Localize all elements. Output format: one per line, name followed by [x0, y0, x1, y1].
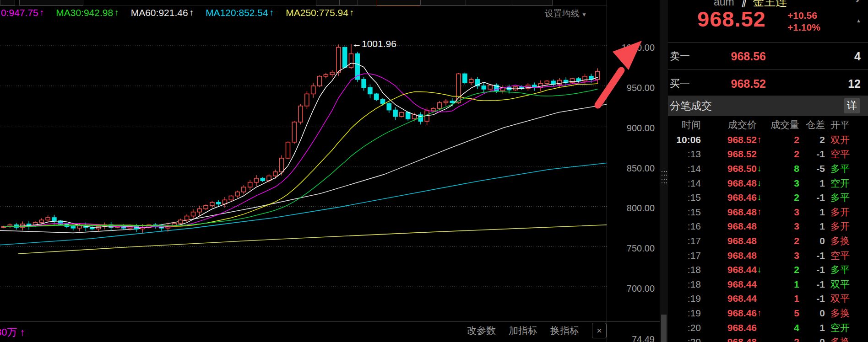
tick-open-close-flag: 多开 — [825, 220, 864, 233]
bid-row[interactable]: 买一 968.52 12 — [668, 69, 868, 98]
tick-row[interactable]: :20968.4641空开 — [668, 321, 864, 335]
tick-price: 968.48 — [701, 235, 757, 246]
tick-row[interactable]: :15968.46↓2-1多平 — [668, 190, 864, 205]
tick-direction-icon: ↓ — [757, 192, 766, 203]
change-params-button[interactable]: 改参数 — [467, 324, 496, 337]
prev-instrument-icon[interactable]: ❮ — [668, 0, 669, 2]
tick-time: :15 — [668, 207, 701, 218]
next-instrument-icon[interactable]: ❯ — [854, 0, 862, 2]
tick-volume: 2 — [766, 337, 799, 342]
trading-app-window: 0:947.75↑MA30:942.98↑MA60:921.46↑MA120:8… — [0, 0, 868, 342]
tick-open-interest-diff: 0 — [799, 308, 825, 319]
tick-open-interest-diff: 1 — [799, 178, 825, 189]
tick-direction-icon: ↑ — [757, 135, 766, 145]
tick-row[interactable]: :14968.50↓8-5多平 — [668, 161, 864, 176]
tick-volume: 1 — [766, 279, 799, 290]
bid-label: 买一 — [670, 77, 720, 91]
tick-open-interest-diff: 1 — [799, 207, 825, 218]
tick-price: 968.44 — [701, 264, 757, 275]
tick-price: 968.50 — [701, 163, 757, 174]
ask-row[interactable]: 卖一 968.56 4 — [668, 42, 868, 70]
tick-open-interest-diff: 0 — [799, 235, 825, 246]
tick-time: :17 — [668, 250, 701, 261]
tick-time: :14 — [668, 178, 701, 189]
tick-row[interactable]: :13968.522-1空平 — [668, 147, 864, 162]
tick-open-close-flag: 多平 — [825, 191, 864, 204]
ask-label: 卖一 — [670, 49, 720, 63]
tick-open-interest-diff: -1 — [799, 264, 825, 275]
tick-row[interactable]: :17968.483-1空平 — [668, 248, 864, 263]
close-indicator-button[interactable]: × — [592, 323, 607, 338]
tick-open-close-flag: 空开 — [825, 321, 864, 334]
tick-row[interactable]: :15968.48↑31多开 — [668, 205, 864, 219]
tick-time: :19 — [668, 293, 701, 304]
tick-row[interactable]: :17968.4820多换 — [668, 234, 864, 248]
y-axis-tick-label: 800.00 — [609, 203, 655, 214]
tick-row[interactable]: :18968.441-1双平 — [668, 277, 864, 292]
change-percent: +1.10% — [787, 21, 820, 33]
tick-time: :15 — [668, 192, 701, 203]
tick-volume: 2 — [766, 149, 799, 160]
tick-volume: 2 — [766, 134, 799, 145]
tick-price: 968.46 — [701, 308, 757, 319]
tick-open-interest-diff: 2 — [799, 134, 825, 145]
tick-row[interactable]: :20968.4820多换 — [668, 335, 864, 342]
tick-time: :17 — [668, 235, 701, 246]
tick-time: :16 — [668, 221, 701, 232]
up-arrow-icon: ↑ — [20, 326, 25, 338]
tick-price: 968.48 — [701, 337, 757, 342]
tick-open-close-flag: 多换 — [825, 307, 864, 320]
tick-open-interest-diff: 0 — [799, 337, 825, 342]
switch-indicator-button[interactable]: 换指标 — [550, 324, 579, 337]
scrollbar-thumb[interactable] — [661, 315, 667, 342]
tick-open-interest-diff: -5 — [799, 163, 825, 174]
tick-list-title: 分笔成交 — [670, 99, 712, 113]
tick-volume: 3 — [766, 221, 799, 232]
tick-list-header-band: 分笔成交 详 — [668, 96, 868, 116]
price-change: +10.56 +1.10% — [787, 10, 820, 33]
tick-time: :13 — [668, 149, 701, 160]
tick-row[interactable]: :19968.441-1双平 — [668, 292, 864, 306]
panel-splitter[interactable] — [660, 0, 669, 342]
tick-row[interactable]: :19968.46↑50多换 — [668, 306, 864, 321]
tick-row[interactable]: :18968.44↓2-1多平 — [668, 262, 864, 277]
add-indicator-button[interactable]: 加指标 — [509, 324, 537, 337]
y-axis-tick-label: 900.00 — [609, 123, 655, 133]
tick-open-interest-diff: -1 — [799, 149, 825, 160]
tick-volume: 2 — [766, 235, 799, 246]
tick-volume: 2 — [766, 264, 799, 275]
splitter-drag-handle-icon[interactable] — [662, 171, 667, 185]
tick-time: :20 — [668, 337, 701, 342]
tick-volume: 3 — [766, 207, 799, 218]
tick-direction-icon: ↓ — [757, 178, 766, 188]
tick-open-close-flag: 多开 — [825, 206, 864, 219]
tick-direction-icon: ↓ — [757, 265, 766, 275]
y-axis-tick-label: 850.00 — [609, 163, 655, 173]
volume-pane-label: 30万 ↑ — [0, 326, 25, 339]
tick-open-interest-diff: 1 — [799, 221, 825, 232]
pane-divider — [0, 321, 660, 322]
volume-axis-partial-label: 74.49 — [609, 334, 655, 342]
scroll-up-icon[interactable]: ▲ — [856, 18, 861, 23]
tick-price: 968.44 — [701, 279, 757, 290]
tick-row[interactable]: :14968.48↓31空开 — [668, 176, 864, 191]
tick-row[interactable]: :16968.4831多开 — [668, 219, 864, 234]
tick-open-interest-diff: -1 — [799, 293, 825, 304]
candlestick-chart[interactable] — [0, 0, 607, 342]
tick-volume: 5 — [766, 308, 799, 319]
tick-open-close-flag: 多平 — [825, 162, 864, 175]
axis-border — [607, 0, 607, 342]
tick-price: 968.46 — [701, 322, 757, 333]
tick-volume: 3 — [766, 250, 799, 261]
tick-volume: 2 — [766, 192, 799, 203]
quote-panel: ❮ aum ∥ 金主连 ❯ 968.52 +10.56 +1.10% 卖一 96… — [668, 0, 868, 342]
ask-qty: 4 — [766, 50, 861, 63]
tick-row[interactable]: 10:06968.52↑22双开 — [668, 133, 864, 147]
detail-button[interactable]: 详 — [844, 98, 860, 113]
tick-price: 968.44 — [701, 293, 757, 304]
tick-open-close-flag: 空平 — [825, 249, 864, 262]
change-value: +10.56 — [787, 10, 820, 21]
tick-open-interest-diff: -1 — [799, 192, 825, 203]
tick-open-interest-diff: -1 — [799, 279, 825, 290]
tick-transactions-table[interactable]: 时间成交价成交量仓差开平10:06968.52↑22双开:13968.522-1… — [668, 117, 864, 342]
